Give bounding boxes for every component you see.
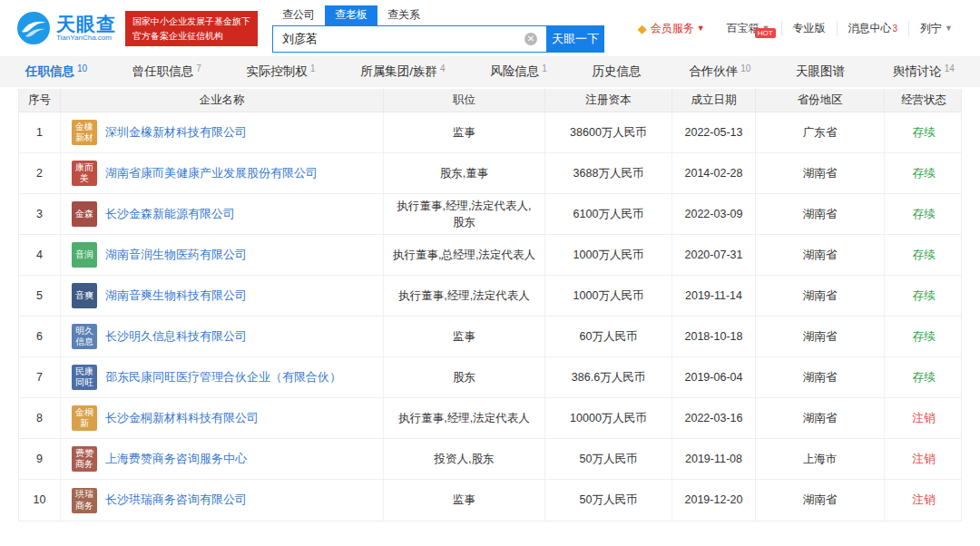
position: 投资人,股东: [384, 439, 545, 479]
section-tab-count: 1: [542, 63, 547, 73]
registered-capital: 6100万人民币: [545, 194, 672, 234]
section-tab-label: 所属集团/族群: [360, 63, 437, 80]
establish-date: 2019-06-04: [672, 357, 756, 397]
section-tab-count: 10: [77, 63, 87, 73]
position: 执行董事,经理,法定代表人: [384, 276, 545, 316]
search-input[interactable]: [272, 25, 546, 53]
province: 湖南省: [756, 194, 885, 234]
search-row: ✕ 天眼一下: [272, 25, 604, 53]
search-tab-company[interactable]: 查公司: [272, 5, 325, 25]
company-cell: 音爽 湖南音爽生物科技有限公司: [61, 276, 384, 316]
business-status-badge: 存续: [885, 317, 963, 356]
row-index: 7: [19, 357, 61, 397]
logo-domain: TianYanCha.com: [56, 34, 116, 43]
tianyancha-logo[interactable]: 天眼查 TianYanCha.com: [16, 11, 116, 45]
section-tab[interactable]: 实际控制权 1: [247, 56, 316, 87]
section-tab[interactable]: 风险信息 1: [490, 56, 547, 87]
section-tab[interactable]: 曾任职信息 7: [132, 56, 201, 87]
company-name-link[interactable]: 湖南省康而美健康产业发展股份有限公司: [105, 165, 318, 182]
section-tab-label: 实际控制权: [247, 63, 309, 80]
hot-badge: HOT: [755, 28, 776, 39]
section-tab-label: 曾任职信息: [132, 63, 194, 80]
section-tab-count: 14: [945, 63, 955, 73]
gov-badge-line1: 国家中小企业发展子基金旗下: [132, 15, 250, 29]
company-logo: 金橡 新材: [72, 120, 97, 145]
company-logo: 费赞 商务: [72, 446, 97, 472]
search-block: 查公司 查老板 查关系 ✕ 天眼一下: [272, 5, 604, 53]
nav-message-center[interactable]: 消息中心 3: [837, 21, 909, 36]
position: 监事: [384, 112, 545, 152]
nav-pro-version[interactable]: 专业版: [781, 21, 837, 36]
section-tab-label: 任职信息: [25, 63, 74, 80]
company-name-link[interactable]: 长沙珙瑞商务咨询有限公司: [105, 492, 247, 509]
company-name-link[interactable]: 长沙金桐新材料科技有限公司: [105, 410, 259, 427]
section-tab-label: 合作伙伴: [689, 63, 738, 80]
section-tab[interactable]: 任职信息 10: [25, 56, 87, 87]
section-tab-label: 天眼图谱: [796, 63, 845, 80]
section-tab-label: 历史信息: [593, 63, 642, 80]
company-cell: 金桐 新 长沙金桐新材料科技有限公司: [61, 398, 384, 438]
company-cell: 金森 长沙金森新能源有限公司: [61, 194, 384, 234]
company-name-link[interactable]: 深圳金橡新材科技有限公司: [105, 124, 247, 141]
registered-capital: 3688万人民币: [545, 153, 672, 193]
company-logo: 珙瑞 商务: [72, 488, 97, 513]
section-tab[interactable]: 天眼图谱: [796, 56, 848, 87]
clear-search-icon[interactable]: ✕: [524, 33, 537, 45]
company-logo: 明久 信息: [72, 324, 97, 349]
establish-date: 2020-07-31: [672, 235, 756, 275]
business-status-badge: 存续: [885, 357, 963, 397]
table-body: 1 金橡 新材 深圳金橡新材科技有限公司 监事 38600万人民币 2022-0…: [19, 112, 961, 521]
company-name-link[interactable]: 上海费赞商务咨询服务中心: [105, 451, 247, 468]
business-status-badge: 存续: [885, 194, 963, 234]
company-name-link[interactable]: 湖南音爽生物科技有限公司: [105, 288, 247, 305]
company-name-link[interactable]: 长沙金森新能源有限公司: [105, 206, 235, 223]
company-logo: 民康 同旺: [72, 365, 97, 390]
establish-date: 2019-12-20: [672, 480, 756, 521]
company-cell: 民康 同旺 邵东民康同旺医疗管理合伙企业（有限合伙）: [61, 357, 384, 397]
establish-date: 2022-03-09: [672, 194, 756, 234]
section-tab-bar: 任职信息 10 曾任职信息 7 实际控制权 1 所属集团/族群 4 风险信息 1…: [0, 56, 980, 87]
company-name-link[interactable]: 湖南音润生物医药有限公司: [105, 247, 247, 264]
province: 湖南省: [756, 357, 885, 397]
col-header-region: 省份地区: [756, 89, 885, 112]
business-status-badge: 注销: [885, 398, 963, 438]
section-tab-count: 1: [310, 63, 316, 73]
col-header-position: 职位: [384, 89, 545, 112]
chevron-down-icon: ▼: [945, 24, 953, 33]
header-right-nav: ◆ 会员服务 ▼ HOT 百宝箱 ▼ 专业版 消息中心 3 列宁 ▼: [627, 0, 964, 56]
section-tab-count: 7: [196, 63, 201, 73]
table-row: 5 音爽 湖南音爽生物科技有限公司 执行董事,经理,法定代表人 1000万人民币…: [19, 276, 961, 317]
section-tab[interactable]: 合作伙伴 10: [689, 56, 750, 87]
position: 股东,董事: [384, 153, 545, 193]
nav-vip-services[interactable]: ◆ 会员服务 ▼: [627, 21, 716, 36]
search-tab-boss[interactable]: 查老板: [325, 5, 377, 25]
province: 上海市: [756, 439, 885, 479]
section-tab[interactable]: 所属集团/族群 4: [360, 56, 445, 87]
tianyancha-logo-icon: [16, 11, 51, 45]
search-button[interactable]: 天眼一下: [546, 25, 604, 53]
col-header-status: 经营状态: [885, 89, 963, 112]
company-name-link[interactable]: 邵东民康同旺医疗管理合伙企业（有限合伙）: [105, 369, 341, 386]
nav-toolbox[interactable]: HOT 百宝箱 ▼: [716, 21, 781, 36]
nav-user-menu[interactable]: 列宁 ▼: [908, 21, 964, 36]
business-status-badge: 存续: [885, 112, 963, 152]
establish-date: 2018-10-18: [672, 317, 756, 356]
section-tab[interactable]: 历史信息: [593, 56, 644, 87]
establish-date: 2022-03-16: [672, 398, 756, 438]
company-name-link[interactable]: 长沙明久信息科技有限公司: [105, 328, 247, 346]
province: 湖南省: [756, 153, 885, 193]
row-index: 8: [19, 398, 61, 438]
diamond-icon: ◆: [638, 22, 647, 35]
registered-capital: 1000万人民币: [545, 235, 672, 275]
logo-title: 天眼查: [56, 14, 116, 34]
section-tab[interactable]: 舆情讨论 14: [893, 56, 955, 87]
search-tab-relation[interactable]: 查关系: [377, 5, 430, 25]
company-logo: 金桐 新: [72, 405, 97, 431]
table-row: 2 康而 美 湖南省康而美健康产业发展股份有限公司 股东,董事 3688万人民币…: [19, 153, 961, 194]
company-cell: 珙瑞 商务 长沙珙瑞商务咨询有限公司: [61, 480, 384, 521]
province: 湖南省: [756, 317, 885, 356]
table-header-row: 序号 企业名称 职位 注册资本 成立日期 省份地区 经营状态: [19, 89, 961, 112]
row-index: 9: [19, 439, 61, 479]
position: 监事: [384, 317, 545, 356]
top-header: 天眼查 TianYanCha.com 国家中小企业发展子基金旗下 官方备案企业征…: [0, 0, 980, 56]
